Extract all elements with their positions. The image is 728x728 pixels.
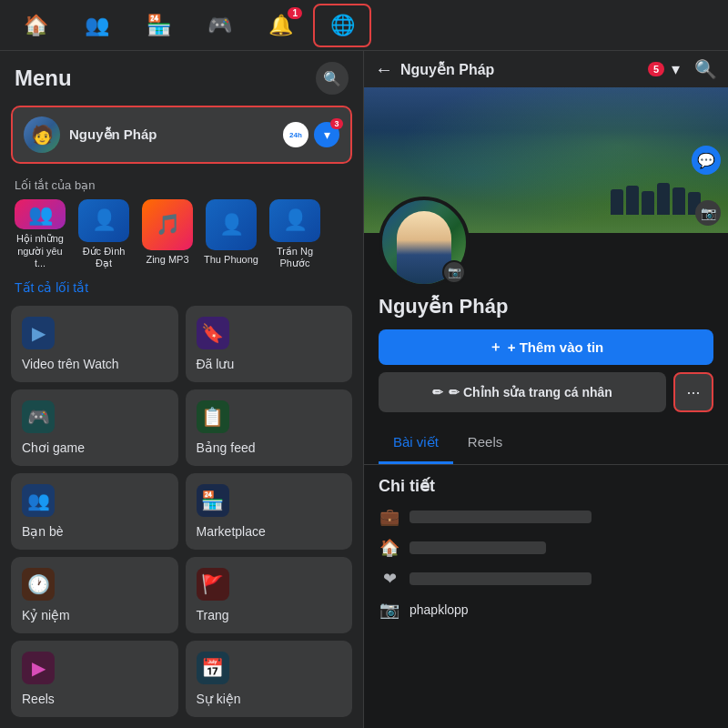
grid-item-saved[interactable]: 🔖 Đã lưu [186,306,353,382]
grid-item-pages[interactable]: 🚩 Trang [186,557,353,633]
events-icon: 📅 [197,652,229,684]
main-content: Menu 🔍 🧑 Nguyễn Pháp 24h ▾ 3 Lối tắt [0,51,728,728]
shortcut-icon-group1: 👥 [15,199,66,229]
profile-actions: ＋ + Thêm vào tin ✏ ✏ Chỉnh sửa trang cá … [364,329,728,423]
grid-label-gaming: Chơi game [22,440,167,455]
grid-label-reels: Reels [22,692,167,706]
shortcut-zing[interactable]: 🎵 Zing MP3 [138,199,197,269]
edit-more-row: ✏ ✏ Chỉnh sửa trang cá nhân ··· [379,372,713,412]
shortcut-label-tran: Trần Ng Phước [266,246,324,269]
gaming-grid-icon: 🎮 [22,400,55,433]
shortcut-label-thu: Thu Phuong [204,254,258,266]
grid-label-pages: Trang [197,608,342,622]
shortcut-label-duc: Đức Đình Đạt [75,246,133,269]
profile-chevron-icon[interactable]: ▾ [672,59,680,79]
nav-notifications[interactable]: 🔔 1 [252,4,309,47]
shortcut-group1[interactable]: 👥 Hội những người yêu t... [11,199,69,269]
top-nav: 🏠 👥 🏪 🎮 🔔 1 🌐 [0,0,728,51]
shortcut-duc[interactable]: 👤 Đức Đình Đạt [75,199,133,269]
detail-home: 🏠 [379,538,713,558]
nav-icon-list: 🏠 👥 🏪 🎮 🔔 1 🌐 [7,4,371,47]
back-button[interactable]: ← [375,59,393,80]
detail-home-text [410,541,546,554]
pages-icon: 🚩 [197,568,229,601]
tab-posts[interactable]: Bài viết [379,423,453,464]
nav-store[interactable]: 🏪 [130,4,187,47]
user-name: Nguyễn Pháp [69,126,283,143]
grid-item-memories[interactable]: 🕐 Kỷ niệm [11,557,178,633]
grid-item-friends[interactable]: 👥 Bạn bè [11,473,178,550]
home-icon: 🏠 [24,14,48,37]
detail-instagram: 📷 phapklopp [379,600,713,620]
heart-icon: ❤ [379,569,400,589]
grid-item-watch[interactable]: ▶ Video trên Watch [11,306,178,382]
shortcut-icon-tran: 👤 [269,199,320,242]
gaming-icon: 🎮 [207,14,232,37]
grid-label-memories: Kỷ niệm [22,608,167,622]
globe-icon: 🌐 [330,14,355,37]
grid-label-marketplace: Marketplace [197,524,342,539]
nav-gaming[interactable]: 🎮 [191,4,248,47]
badge-24h: 24h [283,122,308,147]
chat-button[interactable]: 💬 [692,146,721,175]
reels-icon: ▶ [22,652,55,684]
tab-reels[interactable]: Reels [453,423,517,464]
grid-label-events: Sự kiện [197,692,342,706]
details-title: Chi tiết [379,476,713,496]
store-icon: 🏪 [147,14,171,37]
nav-home[interactable]: 🏠 [7,4,65,47]
shortcut-icon-zing: 🎵 [142,199,193,250]
grid-item-reels[interactable]: ▶ Reels [11,641,178,717]
shortcut-tran[interactable]: 👤 Trần Ng Phước [266,199,324,269]
grid-label-friends: Bạn bè [22,524,167,539]
all-shortcuts-link[interactable]: Tất cả lối tắt [0,280,363,306]
menu-search-button[interactable]: 🔍 [316,62,349,95]
friends-icon: 👥 [85,14,109,37]
chevron-down-icon: ▾ [324,127,330,142]
shortcut-thu[interactable]: 👤 Thu Phuong [202,199,260,269]
profile-avatar-section: 📷 [364,197,728,288]
user-profile-row[interactable]: 🧑 Nguyễn Pháp 24h ▾ 3 [11,106,352,164]
right-panel-profile: ← Nguyễn Pháp 5 ▾ 🔍 💬 📷 [364,51,728,728]
profile-topbar-name: Nguyễn Pháp [400,61,641,78]
menu-grid: ▶ Video trên Watch 🔖 Đã lưu 🎮 Chơi game … [0,306,363,728]
grid-item-marketplace[interactable]: 🏪 Marketplace [186,473,353,550]
marketplace-icon: 🏪 [197,484,229,517]
grid-item-events[interactable]: 📅 Sự kiện [186,641,353,717]
instagram-icon: 📷 [379,600,400,620]
avatar-camera-button[interactable]: 📷 [442,260,466,284]
details-section: Chi tiết 💼 🏠 ❤ 📷 phapklopp [364,476,728,631]
avatar-camera-icon: 📷 [448,266,461,278]
shortcut-icon-duc: 👤 [78,199,129,242]
add-story-button[interactable]: ＋ + Thêm vào tin [379,329,713,365]
saved-icon: 🔖 [197,317,229,349]
profile-tabs: Bài viết Reels [364,423,728,465]
shortcut-label-group1: Hội những người yêu t... [11,233,69,269]
avatar-wrapper: 📷 [379,197,470,288]
profile-name: Nguyễn Pháp [364,295,728,329]
chevron-down-button[interactable]: ▾ 3 [314,122,339,147]
grid-item-feed[interactable]: 📋 Bảng feed [186,389,353,466]
memories-icon: 🕐 [22,568,55,601]
profile-search-button[interactable]: 🔍 [694,58,717,80]
home-detail-icon: 🏠 [379,538,400,558]
menu-title: Menu [15,66,72,91]
nav-friends[interactable]: 👥 [68,4,126,47]
shortcut-icon-thu: 👤 [206,199,257,250]
menu-header: Menu 🔍 [0,51,363,102]
grid-label-watch: Video trên Watch [22,357,167,371]
edit-profile-button[interactable]: ✏ ✏ Chỉnh sửa trang cá nhân [379,372,666,412]
nav-globe[interactable]: 🌐 [313,4,371,47]
instagram-text: phapklopp [410,602,469,617]
friends-grid-icon: 👥 [22,484,55,517]
chat-icon: 💬 [697,152,715,169]
left-panel-menu: Menu 🔍 🧑 Nguyễn Pháp 24h ▾ 3 Lối tắt [0,51,364,728]
detail-relationship-text [410,572,592,585]
detail-work: 💼 [379,507,713,527]
more-options-button[interactable]: ··· [673,372,713,412]
notification-badge: 1 [288,7,302,19]
grid-label-feed: Bảng feed [197,440,342,455]
grid-item-gaming[interactable]: 🎮 Chơi game [11,389,178,466]
user-row-right: 24h ▾ 3 [283,122,339,147]
profile-notification-count: 5 [648,62,664,76]
